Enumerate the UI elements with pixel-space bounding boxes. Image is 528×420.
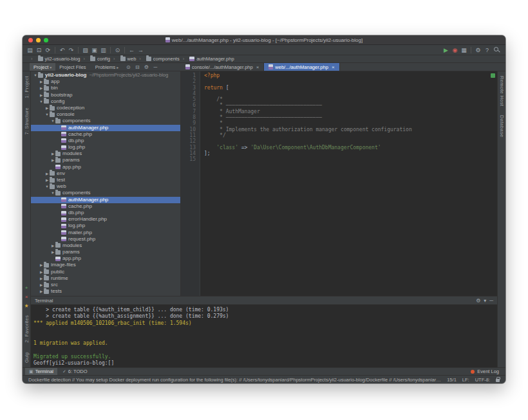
copy-icon[interactable]: ▣ xyxy=(90,46,99,54)
terminal-close-icon[interactable]: × xyxy=(25,295,28,300)
line-separator[interactable]: LF: xyxy=(462,377,469,383)
panel-tab[interactable]: Problems ▸ xyxy=(91,63,123,71)
tree-item[interactable]: mailer.php xyxy=(31,230,180,236)
breadcrumb-item[interactable]: web xyxy=(110,56,136,62)
event-log-button[interactable]: Event Log xyxy=(467,368,503,375)
breadcrumb-item[interactable]: yii2-usuario-blog xyxy=(28,56,80,62)
help-icon[interactable]: ? xyxy=(483,46,491,54)
tree-item[interactable]: ▶ bin xyxy=(31,85,180,91)
titlebar[interactable]: web/.../authManager.php - yii2-usuario-b… xyxy=(23,35,505,45)
tree-expand-arrow-icon[interactable]: ▶ xyxy=(50,157,55,163)
forward-icon[interactable]: → xyxy=(137,46,145,54)
tree-item[interactable]: ▶ tests xyxy=(31,288,180,295)
tree-expand-arrow-icon[interactable]: ▶ xyxy=(39,288,44,295)
tree-item[interactable]: ▶ env xyxy=(31,170,180,177)
save-all-icon[interactable]: ⊡ xyxy=(35,46,43,54)
tree-expand-arrow-icon[interactable]: ▼ xyxy=(39,98,44,105)
tree-item[interactable]: ▶ codeception xyxy=(31,105,180,111)
collapse-all-icon[interactable]: ⊟ xyxy=(134,64,140,70)
tree-item[interactable]: ▶ app xyxy=(31,78,180,85)
tree-item[interactable]: cache.php xyxy=(31,131,180,138)
tree-item[interactable]: app.php xyxy=(31,255,180,262)
tree-expand-arrow-icon[interactable]: ▶ xyxy=(44,105,50,111)
tree-expand-arrow-icon[interactable]: ▶ xyxy=(39,92,44,98)
toolbar-separator[interactable] xyxy=(78,47,79,53)
tree-expand-arrow-icon[interactable]: ▶ xyxy=(44,177,50,183)
toolbar-spacer[interactable] xyxy=(146,46,441,54)
toolbar-separator[interactable] xyxy=(55,47,55,53)
toolwindow-structure-button[interactable]: 7: Structure xyxy=(24,107,30,134)
todo-tab[interactable]: ✓ 6: TODO xyxy=(59,368,91,375)
find-icon[interactable]: ⊙ xyxy=(113,46,122,54)
back-icon[interactable]: ← xyxy=(127,46,136,54)
open-file-icon[interactable]: ▤ xyxy=(26,46,34,54)
toolbar-separator[interactable] xyxy=(124,47,125,53)
project-tree[interactable]: ▼ yii2-usuario-blog ~/PhpstormProjects/y… xyxy=(31,71,181,296)
tree-expand-arrow-icon[interactable]: ▶ xyxy=(39,269,44,275)
tree-item[interactable]: ▼ config xyxy=(31,98,180,105)
toolbar-separator[interactable] xyxy=(110,47,111,53)
tree-item[interactable]: ▶ runtime xyxy=(31,275,180,282)
tree-item[interactable]: ▶ modules xyxy=(31,242,180,249)
tree-item[interactable]: ▶ params xyxy=(31,157,180,163)
sync-icon[interactable]: ⟳ xyxy=(44,46,52,54)
editor-tab[interactable]: web/.../authManager.php × xyxy=(264,63,339,71)
close-tab-icon[interactable]: × xyxy=(256,64,259,70)
tree-item[interactable]: ▶ image-files xyxy=(31,262,180,268)
minimize-window-icon[interactable] xyxy=(36,38,41,42)
search-everywhere-icon[interactable] xyxy=(494,47,500,53)
terminal-settings-icon[interactable]: ⚙ xyxy=(476,298,480,304)
tree-expand-arrow-icon[interactable]: ▼ xyxy=(50,118,55,124)
tree-expand-arrow-icon[interactable]: ▶ xyxy=(44,170,50,177)
tree-item[interactable]: request.php xyxy=(31,236,180,242)
panel-tab[interactable]: Project Files xyxy=(55,63,91,71)
locate-file-icon[interactable]: ⊙ xyxy=(125,64,131,70)
tree-item[interactable]: ▼ components xyxy=(31,118,180,124)
tree-expand-arrow-icon[interactable]: ▼ xyxy=(50,190,55,196)
panel-tab[interactable]: Project ▾ xyxy=(30,63,55,71)
panel-settings-icon[interactable]: ⚙ xyxy=(143,64,149,70)
tree-item[interactable]: cache.php xyxy=(31,203,180,210)
breadcrumb-item[interactable]: authManager.php xyxy=(180,56,234,62)
caret-position[interactable]: 15/1 xyxy=(447,377,457,383)
tree-item[interactable]: ▼ web xyxy=(31,183,180,190)
close-window-icon[interactable] xyxy=(28,38,33,42)
tree-expand-arrow-icon[interactable]: ▶ xyxy=(50,242,55,249)
tree-expand-arrow-icon[interactable]: ▼ xyxy=(44,111,50,118)
terminal-output[interactable]: > create table {{%auth_item_child}} ... … xyxy=(31,305,497,367)
tree-item[interactable]: ▼ console xyxy=(31,111,180,118)
lock-icon[interactable] xyxy=(496,379,500,382)
terminal-minimize-icon[interactable]: ─ xyxy=(489,298,493,304)
close-tab-icon[interactable]: × xyxy=(332,64,335,70)
toolwindow-favorites-button[interactable]: 2: Favorites xyxy=(24,315,30,343)
terminal-new-session-icon[interactable]: + xyxy=(25,286,28,291)
inspection-status-icon[interactable] xyxy=(491,73,495,78)
breadcrumb-item[interactable]: components xyxy=(136,56,179,62)
favorites-star-icon[interactable]: ★ xyxy=(24,304,28,309)
coverage-icon[interactable]: ▦ xyxy=(460,46,468,54)
toolwindow-database-button[interactable]: Database xyxy=(499,115,505,138)
tree-item[interactable]: ▶ src xyxy=(31,282,180,288)
tree-expand-arrow-icon[interactable]: ▶ xyxy=(39,282,44,288)
tree-expand-arrow-icon[interactable]: ▼ xyxy=(44,183,50,190)
tree-item[interactable]: db.php xyxy=(31,210,180,216)
terminal-settings-caret-icon[interactable]: ▾ xyxy=(484,298,486,304)
tree-expand-arrow-icon[interactable]: ▶ xyxy=(39,262,44,268)
terminal-tab[interactable]: ▣ Terminal xyxy=(25,368,57,375)
hide-panel-icon[interactable]: ─ xyxy=(152,64,158,70)
run-icon[interactable]: ▶ xyxy=(442,46,450,54)
redo-icon[interactable]: ↷ xyxy=(67,46,75,54)
tree-expand-arrow-icon[interactable]: ▶ xyxy=(39,78,44,85)
tree-expand-arrow-icon[interactable]: ▶ xyxy=(50,151,55,157)
cut-icon[interactable]: ▧ xyxy=(81,46,90,54)
toolwindow-gulp-button[interactable]: Gulp xyxy=(24,352,30,363)
tree-item[interactable]: ▼ yii2-usuario-blog ~/PhpstormProjects/y… xyxy=(31,72,180,78)
tree-item[interactable]: app.php xyxy=(31,164,180,170)
settings-icon[interactable]: ⚙ xyxy=(474,46,482,54)
tree-expand-arrow-icon[interactable]: ▶ xyxy=(39,85,44,91)
code-editor[interactable]: 1 <?php 2 3 return [ 4 xyxy=(181,71,497,296)
tree-item[interactable]: ▶ public xyxy=(31,269,180,275)
tree-expand-arrow-icon[interactable]: ▼ xyxy=(33,72,38,78)
tree-expand-arrow-icon[interactable]: ▶ xyxy=(39,275,44,282)
tree-item[interactable]: log.php xyxy=(31,223,180,229)
